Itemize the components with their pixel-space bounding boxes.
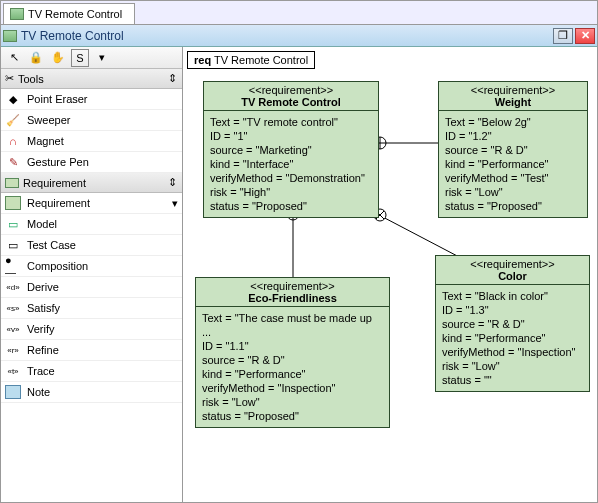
satisfy-icon: «s»	[5, 301, 21, 315]
tool-magnet[interactable]: ∩Magnet	[1, 131, 182, 152]
tools-header[interactable]: ✂ Tools ⇕	[1, 69, 182, 89]
requirement-weight[interactable]: <<requirement>>Weight Text = "Below 2g"I…	[438, 81, 588, 218]
chevron-down-icon: ▾	[99, 51, 105, 64]
req-name: TV Remote Control	[241, 96, 341, 108]
testcase-icon: ▭	[5, 238, 21, 252]
eraser-icon: ◆	[5, 92, 21, 106]
s-tool[interactable]: S	[71, 49, 89, 67]
tab-bar: TV Remote Control	[1, 1, 597, 25]
tool-sweeper[interactable]: 🧹Sweeper	[1, 110, 182, 131]
item-testcase[interactable]: ▭Test Case	[1, 235, 182, 256]
document-tab[interactable]: TV Remote Control	[3, 3, 135, 24]
label: Point Eraser	[27, 93, 88, 105]
label: Verify	[27, 323, 55, 335]
label: Magnet	[27, 135, 64, 147]
req-body: Text = "TV remote control"ID = "1"source…	[204, 111, 378, 217]
stereotype: <<requirement>>	[200, 280, 385, 292]
tool-gesture-pen[interactable]: ✎Gesture Pen	[1, 152, 182, 173]
item-satisfy[interactable]: «s»Satisfy	[1, 298, 182, 319]
broom-icon: 🧹	[5, 113, 21, 127]
req-icon	[5, 178, 19, 188]
label: Model	[27, 218, 57, 230]
requirement-tv-remote[interactable]: <<requirement>>TV Remote Control Text = …	[203, 81, 379, 218]
window-title: TV Remote Control	[21, 29, 124, 43]
title-bar: TV Remote Control ❐ ✕	[1, 25, 597, 47]
requirement-header[interactable]: Requirement ⇕	[1, 173, 182, 193]
svg-line-8	[379, 215, 463, 259]
item-derive[interactable]: «d»Derive	[1, 277, 182, 298]
refine-icon: «r»	[5, 343, 21, 357]
model-icon: ▭	[5, 217, 21, 231]
label: Note	[27, 386, 50, 398]
req-body: Text = "Black in color"ID = "1.3"source …	[436, 285, 589, 391]
label: Trace	[27, 365, 55, 377]
label: Refine	[27, 344, 59, 356]
label: Composition	[27, 260, 88, 272]
req-body: Text = "Below 2g"ID = "1.2"source = "R &…	[439, 111, 587, 217]
requirement-icon	[5, 196, 21, 210]
label: Satisfy	[27, 302, 60, 314]
close-button[interactable]: ✕	[575, 28, 595, 44]
frame-name: TV Remote Control	[214, 54, 308, 66]
collapse-icon[interactable]: ⇕	[166, 176, 178, 189]
pan-tool[interactable]: ✋	[49, 49, 67, 67]
tools-icon: ✂	[5, 72, 14, 85]
stereotype: <<requirement>>	[208, 84, 374, 96]
dropdown-tool[interactable]: ▾	[93, 49, 111, 67]
tool-row: ↖ 🔒 ✋ S ▾	[1, 47, 182, 69]
tool-point-eraser[interactable]: ◆Point Eraser	[1, 89, 182, 110]
stereotype: <<requirement>>	[440, 258, 585, 270]
item-note[interactable]: Note	[1, 382, 182, 403]
tab-label: TV Remote Control	[28, 8, 122, 20]
restore-icon: ❐	[558, 29, 568, 42]
item-requirement[interactable]: Requirement▾	[1, 193, 182, 214]
pointer-icon: ↖	[10, 51, 19, 64]
frame-prefix: req	[194, 54, 211, 66]
restore-button[interactable]: ❐	[553, 28, 573, 44]
item-trace[interactable]: «t»Trace	[1, 361, 182, 382]
app-window: TV Remote Control TV Remote Control ❐ ✕ …	[0, 0, 598, 503]
requirement-color[interactable]: <<requirement>>Color Text = "Black in co…	[435, 255, 590, 392]
collapse-icon[interactable]: ⇕	[166, 72, 178, 85]
label: Test Case	[27, 239, 76, 251]
item-model[interactable]: ▭Model	[1, 214, 182, 235]
composition-icon: ●—	[5, 259, 21, 273]
close-icon: ✕	[581, 29, 590, 42]
verify-icon: «v»	[5, 322, 21, 336]
frame-label: req TV Remote Control	[187, 51, 315, 69]
req-name: Color	[498, 270, 527, 282]
sidebar: ↖ 🔒 ✋ S ▾ ✂ Tools ⇕ ◆Point Eraser 🧹Sweep…	[1, 47, 183, 502]
s-label: S	[76, 52, 83, 64]
note-icon	[5, 385, 21, 399]
item-refine[interactable]: «r»Refine	[1, 340, 182, 361]
hand-icon: ✋	[51, 51, 65, 64]
item-verify[interactable]: «v»Verify	[1, 319, 182, 340]
pen-icon: ✎	[5, 155, 21, 169]
requirement-eco[interactable]: <<requirement>>Eco-Friendliness Text = "…	[195, 277, 390, 428]
diagram-canvas[interactable]: req TV Remote Control <<requirement>>TV …	[183, 47, 597, 502]
lock-tool[interactable]: 🔒	[27, 49, 45, 67]
req-name: Eco-Friendliness	[248, 292, 337, 304]
label: Sweeper	[27, 114, 70, 126]
item-composition[interactable]: ●—Composition	[1, 256, 182, 277]
trace-icon: «t»	[5, 364, 21, 378]
magnet-icon: ∩	[5, 134, 21, 148]
label: Derive	[27, 281, 59, 293]
lock-icon: 🔒	[29, 51, 43, 64]
label: Requirement	[27, 197, 90, 209]
tools-label: Tools	[18, 73, 44, 85]
req-name: Weight	[495, 96, 531, 108]
diagram-icon	[10, 8, 24, 20]
chevron-down-icon[interactable]: ▾	[172, 197, 178, 210]
pointer-tool[interactable]: ↖	[5, 49, 23, 67]
derive-icon: «d»	[5, 280, 21, 294]
req-label: Requirement	[23, 177, 86, 189]
label: Gesture Pen	[27, 156, 89, 168]
stereotype: <<requirement>>	[443, 84, 583, 96]
req-body: Text = "The case must be made up ...ID =…	[196, 307, 389, 427]
diagram-icon	[3, 30, 17, 42]
